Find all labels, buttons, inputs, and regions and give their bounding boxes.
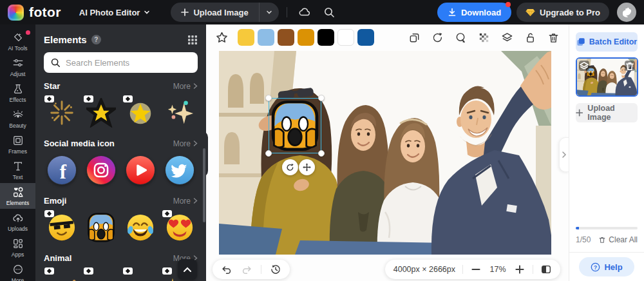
batch-editor-button[interactable]: Batch Editor bbox=[576, 32, 638, 52]
sidebar-item-label: Adjust bbox=[10, 71, 26, 77]
rotate-icon[interactable] bbox=[431, 32, 444, 44]
youtube-icon bbox=[126, 155, 155, 185]
fotor-app: fotor AI Photo Editor Upload Image Downl… bbox=[0, 0, 644, 281]
element-emoji-scream[interactable] bbox=[83, 210, 119, 245]
sidebar-item-text[interactable]: Text bbox=[0, 157, 35, 183]
sidebar-item-adjust[interactable]: Adjust bbox=[0, 54, 35, 80]
element-instagram[interactable] bbox=[83, 153, 119, 188]
flip-icon[interactable] bbox=[455, 32, 467, 44]
more-link-social[interactable]: More bbox=[173, 139, 198, 148]
category-grid-icon[interactable] bbox=[187, 35, 198, 45]
panel-upload-image-button[interactable]: Upload Image bbox=[576, 103, 638, 122]
more-link-emoji[interactable]: More bbox=[173, 197, 198, 206]
layers-icon bbox=[579, 57, 589, 84]
element-animal-panda[interactable] bbox=[83, 267, 119, 281]
clear-all-button[interactable]: Clear All bbox=[598, 235, 638, 244]
sidebar-item-effects[interactable]: Effects bbox=[0, 80, 35, 106]
history-icon[interactable] bbox=[270, 264, 281, 275]
help-label: Help bbox=[604, 262, 622, 272]
unlock-icon[interactable] bbox=[524, 32, 536, 44]
sidebar-item-ai-tools[interactable]: AI Tools bbox=[0, 28, 35, 54]
element-star-pixel[interactable] bbox=[83, 95, 119, 130]
sidebar-item-beauty[interactable]: Beauty bbox=[0, 106, 35, 131]
upgrade-to-pro-button[interactable]: Upgrade to Pro bbox=[516, 3, 609, 22]
favorite-star-icon[interactable] bbox=[215, 31, 229, 44]
twitter-icon bbox=[165, 155, 194, 185]
duplicate-icon[interactable] bbox=[408, 32, 421, 44]
color-swatch-blue[interactable] bbox=[357, 29, 374, 46]
sidebar-item-label: More bbox=[12, 277, 24, 281]
sidebar-item-frames[interactable]: Frames bbox=[0, 131, 35, 157]
sidebar-item-label: Beauty bbox=[9, 122, 26, 129]
element-twitter[interactable] bbox=[162, 153, 198, 188]
more-link-star[interactable]: More bbox=[173, 82, 198, 91]
notification-dot bbox=[506, 2, 511, 7]
chevron-right-icon bbox=[193, 140, 198, 146]
delete-icon[interactable] bbox=[547, 32, 560, 44]
new-badge-dot bbox=[26, 30, 30, 35]
divider bbox=[287, 7, 287, 17]
element-star-glow[interactable] bbox=[122, 95, 158, 130]
cloud-save-button[interactable] bbox=[295, 3, 314, 22]
opacity-icon[interactable] bbox=[478, 32, 490, 44]
upload-options-button[interactable] bbox=[260, 3, 279, 22]
element-facebook[interactable]: f bbox=[44, 153, 80, 188]
rotate-selection-button[interactable] bbox=[282, 159, 298, 175]
layers-icon[interactable] bbox=[501, 32, 513, 44]
element-youtube[interactable] bbox=[122, 153, 158, 188]
color-swatch-black[interactable] bbox=[317, 29, 334, 46]
upload-image-button[interactable]: Upload Image bbox=[171, 3, 258, 22]
zoom-in-icon[interactable] bbox=[514, 264, 526, 275]
element-star-doodle[interactable] bbox=[44, 95, 80, 130]
fotor-logo-text[interactable]: fotor bbox=[29, 5, 61, 20]
search-button[interactable] bbox=[319, 3, 339, 22]
sidebar-item-more[interactable]: More bbox=[0, 260, 35, 281]
search-input[interactable] bbox=[66, 58, 182, 68]
canvas-dimensions: 4000px × 2666px bbox=[393, 265, 455, 274]
sidebar-item-uploads[interactable]: Uploads bbox=[0, 209, 35, 235]
element-emoji-cool[interactable] bbox=[44, 210, 80, 245]
premium-badge-icon bbox=[84, 267, 93, 275]
color-swatch-white[interactable] bbox=[337, 29, 354, 46]
search-elements-box[interactable] bbox=[44, 52, 198, 73]
selection-box[interactable] bbox=[269, 98, 321, 153]
help-button[interactable]: ? Help bbox=[579, 257, 634, 276]
color-swatch-orange[interactable] bbox=[298, 29, 314, 46]
element-animal-dog[interactable] bbox=[122, 267, 158, 281]
redo-icon[interactable] bbox=[241, 264, 252, 275]
sidebar-item-apps[interactable]: Apps bbox=[0, 235, 35, 260]
panel-scrollbar[interactable] bbox=[203, 148, 205, 222]
text-icon bbox=[12, 160, 24, 172]
element-animal-cat[interactable] bbox=[44, 267, 80, 281]
help-tooltip-icon[interactable]: ? bbox=[91, 35, 101, 44]
download-button[interactable]: Download bbox=[437, 3, 511, 22]
resize-handle-top-right[interactable] bbox=[318, 95, 325, 101]
download-label: Download bbox=[461, 8, 501, 17]
premium-badge-icon bbox=[44, 210, 54, 217]
sidebar-item-elements[interactable]: Elements bbox=[0, 183, 35, 209]
editor-mode-dropdown[interactable]: AI Photo Editor bbox=[79, 8, 151, 17]
move-selection-button[interactable] bbox=[299, 159, 315, 175]
user-avatar[interactable] bbox=[617, 3, 636, 22]
color-swatch-yellow[interactable] bbox=[238, 29, 254, 46]
thumbnail-delete-badge[interactable] bbox=[625, 61, 635, 71]
resize-handle-bottom-right[interactable] bbox=[318, 150, 325, 157]
image-thumbnail[interactable] bbox=[576, 57, 638, 97]
color-swatch-lightblue[interactable] bbox=[258, 29, 274, 46]
expand-panel-tab[interactable] bbox=[559, 137, 569, 172]
element-emoji-joy[interactable] bbox=[122, 210, 158, 245]
search-icon bbox=[50, 57, 61, 68]
zoom-out-icon[interactable] bbox=[470, 264, 482, 275]
resize-handle-bottom-left[interactable] bbox=[265, 150, 272, 157]
element-emoji-heart-eyes[interactable] bbox=[162, 210, 198, 245]
undo-icon[interactable] bbox=[221, 264, 232, 275]
scroll-to-top-button[interactable] bbox=[178, 259, 197, 280]
fotor-logo-icon[interactable] bbox=[8, 5, 24, 21]
thumbnail-layers-badge[interactable] bbox=[579, 61, 589, 71]
resize-handle-top-left[interactable] bbox=[265, 95, 272, 101]
compare-icon[interactable] bbox=[540, 264, 552, 275]
sidebar-item-label: AI Tools bbox=[8, 45, 27, 52]
premium-badge-icon bbox=[44, 267, 54, 275]
color-swatch-brown[interactable] bbox=[278, 29, 294, 46]
element-star-sparkles[interactable] bbox=[162, 95, 198, 130]
